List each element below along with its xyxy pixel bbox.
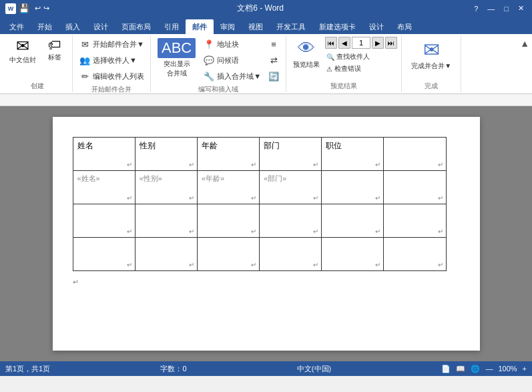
- group-write-insert-content: ABC 突出显示合并域 📍 地址块 💬 问候语 🔧 插入合并域▼: [155, 37, 282, 83]
- match-fields-btn[interactable]: ⇄: [266, 53, 282, 67]
- pilcrow-e12: ↵: [189, 228, 194, 235]
- header-dept-text: 部门: [264, 141, 280, 150]
- find-recipient-label: 查找收件人: [336, 52, 370, 61]
- tab-file[interactable]: 文件: [3, 19, 31, 34]
- empty-cell-2-4: ↵: [259, 238, 321, 271]
- group-write-insert-label: 编写和插入域: [155, 83, 282, 94]
- tab-home[interactable]: 开始: [31, 19, 59, 34]
- maximize-btn[interactable]: □: [501, 5, 511, 13]
- tab-insert[interactable]: 插入: [59, 19, 87, 34]
- collapse-icon[interactable]: ▲: [520, 38, 529, 49]
- pilcrow-m2: ↵: [189, 194, 194, 202]
- tab-review[interactable]: 审阅: [214, 19, 242, 34]
- title-bar-left: W 💾 ↩ ↪: [5, 3, 49, 14]
- rules-btn[interactable]: ≡: [266, 37, 282, 51]
- finish-merge-btn[interactable]: ✉ 完成并合并▼: [406, 37, 457, 72]
- doc-area: 姓名 ↵ 性别 ↵ 年龄 ↵ 部门 ↵ 职位 ↵: [0, 106, 532, 361]
- highlight-merge-btn[interactable]: ABC 突出显示合并域: [155, 37, 198, 79]
- tab-references[interactable]: 引用: [158, 19, 186, 34]
- header-age-text: 年龄: [202, 141, 218, 150]
- edit-recipient-btn[interactable]: ✏ 编辑收件人列表: [77, 69, 146, 83]
- pilcrow-e11: ↵: [127, 228, 132, 235]
- view-mode-btn[interactable]: 📄: [441, 365, 451, 373]
- tab-design[interactable]: 设计: [87, 19, 115, 34]
- language: 中文(中国): [297, 364, 331, 374]
- undo-btn[interactable]: ↩: [35, 4, 41, 13]
- chinese-envelope-btn[interactable]: ✉ 中文信封: [7, 37, 39, 66]
- empty-cell-2-5: ↵: [322, 238, 384, 271]
- redo-btn[interactable]: ↪: [43, 4, 49, 13]
- merge-age: «年龄»: [202, 174, 224, 182]
- pilcrow-e25: ↵: [375, 261, 380, 268]
- pilcrow-m1: ↵: [127, 194, 132, 202]
- prev-record-btn[interactable]: ◀: [338, 37, 350, 49]
- pilcrow-e21: ↵: [127, 261, 132, 268]
- empty-cell-1-4: ↵: [259, 204, 321, 238]
- page-info: 第1页，共1页: [5, 364, 50, 374]
- address-block-label: 地址块: [217, 39, 239, 49]
- header-cell-name: 姓名 ↵: [73, 138, 135, 171]
- preview-results-btn[interactable]: 👁 预览结果: [290, 37, 322, 71]
- select-recipient-icon: 👥: [79, 54, 91, 66]
- finish-merge-icon: ✉: [423, 38, 440, 61]
- empty-cell-2-2: ↵: [135, 238, 197, 271]
- update-labels-icon: 🔄: [268, 70, 280, 82]
- minimize-btn[interactable]: —: [485, 5, 497, 13]
- ribbon-collapse[interactable]: ▲: [520, 35, 529, 92]
- check-error-label: 检查错误: [334, 64, 361, 73]
- insert-merge-field-btn[interactable]: 🔧 插入合并域▼: [201, 69, 263, 83]
- doc-table: 姓名 ↵ 性别 ↵ 年龄 ↵ 部门 ↵ 职位 ↵: [73, 137, 447, 271]
- label-btn[interactable]: 🏷 标签: [41, 37, 68, 63]
- address-block-icon: 📍: [203, 38, 215, 50]
- pilcrow-e26: ↵: [438, 261, 443, 268]
- address-block-btn[interactable]: 📍 地址块: [201, 37, 263, 51]
- help-btn[interactable]: ?: [471, 5, 481, 13]
- page: 姓名 ↵ 性别 ↵ 年龄 ↵ 部门 ↵ 职位 ↵: [53, 117, 480, 351]
- read-mode-btn[interactable]: 📖: [456, 365, 465, 373]
- tab-developer[interactable]: 开发工具: [270, 19, 312, 34]
- update-labels-btn[interactable]: 🔄: [266, 69, 282, 83]
- tab-table-layout[interactable]: 布局: [390, 19, 419, 34]
- preview-results-label: 预览结果: [293, 60, 320, 69]
- match-fields-icon: ⇄: [268, 54, 280, 66]
- group-preview-label: 预览结果: [290, 80, 397, 91]
- pilcrow-e23: ↵: [251, 261, 256, 268]
- zoom-in-btn[interactable]: +: [523, 365, 527, 373]
- doc-title: 文档6 - Word: [49, 3, 471, 14]
- start-merge-btn[interactable]: ✉ 开始邮件合并▼: [77, 37, 146, 51]
- next-record-btn[interactable]: ▶: [372, 37, 384, 49]
- find-recipient-btn[interactable]: 🔍 查找收件人: [325, 51, 397, 62]
- greeting-btn[interactable]: 💬 问候语: [201, 53, 263, 67]
- zoom-out-btn[interactable]: —: [485, 365, 493, 373]
- close-btn[interactable]: ✕: [515, 4, 527, 13]
- first-record-btn[interactable]: ⏮: [325, 37, 337, 49]
- group-preview: 👁 预览结果 ⏮ ◀ ▶ ⏭ 🔍 查找收件人 ⚠: [286, 35, 402, 92]
- select-recipient-btn[interactable]: 👥 选择收件人▼: [77, 53, 146, 67]
- check-error-btn[interactable]: ⚠ 检查错误: [325, 63, 397, 74]
- finish-merge-label: 完成并合并▼: [411, 61, 451, 71]
- table-empty-row-1: ↵ ↵ ↵ ↵ ↵ ↵: [73, 204, 446, 238]
- pilcrow-e13: ↵: [251, 228, 256, 235]
- record-number-input[interactable]: [352, 37, 370, 49]
- ribbon: ✉ 中文信封 🏷 标签 创建 ✉ 开始邮件合并▼ 👥 选择收件人▼: [0, 34, 532, 94]
- header-name-text: 姓名: [77, 141, 93, 150]
- table-merge-row: «姓名» ↵ «性别» ↵ «年龄» ↵ «部门» ↵ ↵: [73, 171, 446, 204]
- tab-mailings[interactable]: 邮件: [186, 19, 214, 34]
- select-recipient-label: 选择收件人▼: [93, 55, 137, 65]
- last-record-btn[interactable]: ⏭: [385, 37, 397, 49]
- merge-cell-age: «年龄» ↵: [197, 171, 259, 204]
- header-cell-dept: 部门 ↵: [259, 138, 321, 171]
- insert-fields-col: 📍 地址块 💬 问候语 🔧 插入合并域▼: [201, 37, 263, 83]
- pilcrow-2: ↵: [189, 161, 194, 168]
- word-count: 字数：0: [160, 364, 186, 374]
- quick-save[interactable]: 💾: [19, 3, 29, 13]
- tab-view[interactable]: 视图: [242, 19, 270, 34]
- web-layout-btn[interactable]: 🌐: [471, 365, 480, 373]
- merge-name: «姓名»: [77, 174, 100, 182]
- pilcrow-4: ↵: [313, 161, 318, 168]
- tab-table-design[interactable]: 设计: [362, 19, 390, 34]
- tab-layout[interactable]: 页面布局: [115, 19, 158, 34]
- tab-new-tab[interactable]: 新建选项卡: [312, 19, 362, 34]
- edit-recipient-label: 编辑收件人列表: [93, 71, 144, 81]
- rules-col: ≡ ⇄ 🔄: [266, 37, 282, 83]
